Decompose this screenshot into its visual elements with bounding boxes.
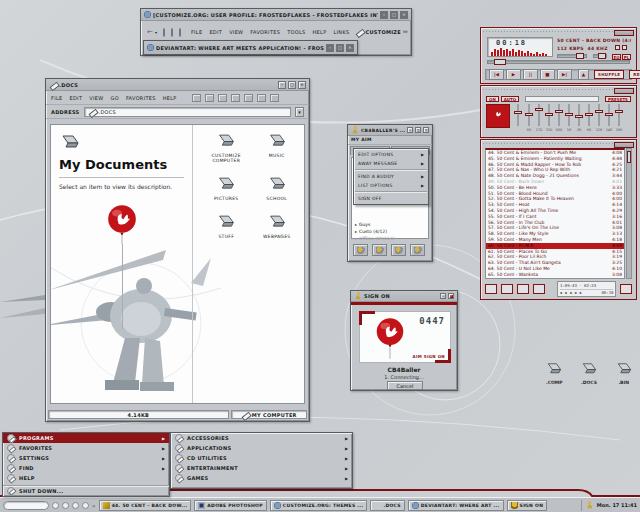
balance-slider[interactable] [593,54,607,58]
buddy-menu-myaim[interactable]: MY AIM [348,136,432,145]
brand-label[interactable]: CUSTOMIZE [365,29,401,35]
quicklaunch-icon-4[interactable] [82,502,89,509]
cut-icon[interactable] [192,94,201,102]
eq-presets-button[interactable]: PRESETS [605,96,631,102]
task-photoshop[interactable]: ADOBE PHOTOSHOP [194,500,267,511]
buddy-group[interactable]: ▸ Custo (4/12) [352,228,428,235]
pl-remove-button[interactable] [501,284,513,294]
chat-icon[interactable] [372,244,387,256]
folder-music[interactable]: MUSIC [252,133,303,163]
setup-icon[interactable] [410,244,425,256]
address-dropdown-button[interactable]: ▾ [295,107,304,117]
close-button[interactable]: ✕ [400,11,408,19]
copy-icon[interactable] [205,94,214,102]
menu-item[interactable]: HELP [163,95,177,101]
docs-titlebar[interactable]: .DOCS – □ ✕ [46,79,309,91]
folder-stuff[interactable]: STUFF [201,214,252,239]
start-item-settings[interactable]: SETTINGS ▶ [3,453,169,463]
menu-item[interactable]: FAVORITES [126,95,156,101]
folder-pictures[interactable]: PICTURES [201,176,252,201]
dropdown-item[interactable]: LIST OPTIONS ▶ [355,181,427,192]
task-customize-org[interactable]: CUSTOMIZE.ORG: THEMES ... [270,500,368,511]
minimize-button[interactable]: – [326,44,334,52]
maximize-button[interactable]: □ [336,44,344,52]
eq-on-button[interactable]: ON [486,96,499,102]
signon-titlebar[interactable]: SIGN ON – ✕ [351,291,457,302]
menu-item[interactable]: FILE [191,29,203,35]
winamp-titlebar[interactable] [483,29,634,35]
menu-item[interactable]: FAVORITES [250,29,280,35]
task-docs[interactable]: .DOCS [370,500,404,511]
im-icon[interactable] [353,244,368,256]
folder-school[interactable]: SCHOOL [252,176,303,201]
quicklaunch-icon-2[interactable] [62,502,69,509]
quicklaunch-icon-1[interactable] [52,502,59,509]
eject-button[interactable]: ▲ [578,69,589,80]
dropdown-item[interactable]: AWAY MESSAGE ▶ [355,159,427,170]
menu-item[interactable]: GO [110,95,118,101]
back-button[interactable]: ←▾ [147,28,157,36]
properties-icon[interactable] [257,94,266,102]
playlist-item[interactable]: 66. 50 Cent - What Up Gangsta 2:59 [486,278,624,279]
pl-add-button[interactable] [485,284,497,294]
pause-button[interactable]: || [523,69,538,80]
info-icon[interactable] [391,244,406,256]
address-input[interactable]: .DOCS [84,107,291,117]
seek-bar[interactable] [487,60,630,64]
play-button[interactable]: ▶ [506,69,521,80]
close-button[interactable]: ✕ [298,81,306,89]
submenu-cd-utilities[interactable]: CD UTILITIES ▶ [171,453,352,463]
dropdown-item[interactable]: EDIT OPTIONS ▶ [355,150,427,159]
menu-item[interactable]: FILE [51,95,63,101]
menu-item[interactable]: LINKS [333,29,349,35]
views-icon[interactable] [270,94,279,102]
start-item-programs[interactable]: PROGRAMS ▶ [3,433,169,443]
playlist-scrollbar[interactable] [626,148,632,279]
dropdown-item[interactable]: FIND A BUDDY ▶ [355,172,427,181]
stop-icon[interactable] [163,28,165,37]
start-item-favorites[interactable]: FAVORITES ▶ [3,443,169,453]
maximize-button[interactable]: □ [288,81,296,89]
start-button[interactable] [3,501,49,510]
playlist-titlebar[interactable] [483,141,634,147]
menu-item[interactable]: TOOLS [287,29,305,35]
paste-icon[interactable] [218,94,227,102]
buddy-titlebar[interactable]: CB4BALLER'S ... – □ ✕ [348,125,432,136]
desktop-icon-comp[interactable]: .COMP [538,362,571,385]
folder-customize-computer[interactable]: CUSTOMIZE COMPUTER [201,133,252,163]
playlist-list-button[interactable] [620,284,632,294]
maximize-button[interactable]: □ [390,11,398,19]
menu-item[interactable]: VIEW [89,95,103,101]
home-icon[interactable] [179,28,181,37]
submenu-entertainment[interactable]: ENTERTAINMENT ▶ [171,463,352,473]
eq-band-slider[interactable]: 16K [614,104,624,134]
close-button[interactable]: ✕ [448,293,454,299]
aim-tray-icon[interactable] [586,501,594,510]
eq-auto-button[interactable]: AUTO [501,96,519,102]
task-winamp[interactable]: 44. 50 CENT - BACK DOW... [99,500,192,511]
browser2-titlebar[interactable]: DEVIANTART: WHERE ART MEETS APPLICATION!… [144,41,357,54]
browser1-titlebar[interactable]: [CUSTOMIZE.ORG: USER PROFILE: FROSTEDFLA… [141,9,411,21]
start-item-help[interactable]: HELP [3,473,169,483]
shuffle-button[interactable]: SHUFFLE [594,70,624,79]
quicklaunch-icon-3[interactable] [72,502,79,509]
stop-button[interactable]: ■ [540,69,555,80]
delete-icon[interactable] [244,94,253,102]
pl-select-button[interactable] [517,284,529,294]
menu-item[interactable]: VIEW [229,29,243,35]
desktop-icon-bin[interactable]: .BIN [607,362,640,385]
menu-item[interactable]: EDIT [70,95,83,101]
submenu-games[interactable]: GAMES ▶ [171,473,352,483]
dropdown-item[interactable]: SIGN OFF [355,194,427,203]
cancel-button[interactable]: Cancel [387,381,423,390]
minimize-button[interactable]: – [440,293,446,299]
folder-webpages[interactable]: WEBPAGES [252,214,303,239]
refresh-icon[interactable] [171,28,173,37]
expand-icon[interactable]: ▸ [355,222,357,227]
quicklaunch-more-chevron[interactable]: » [92,502,96,509]
task-deviantart[interactable]: DEVIANTART: WHERE ART ... [408,500,504,511]
expand-icon[interactable]: ▸ [355,229,357,234]
repeat-button[interactable]: REP [629,70,640,79]
minimize-button[interactable]: – [407,127,413,133]
undo-icon[interactable] [231,94,240,102]
